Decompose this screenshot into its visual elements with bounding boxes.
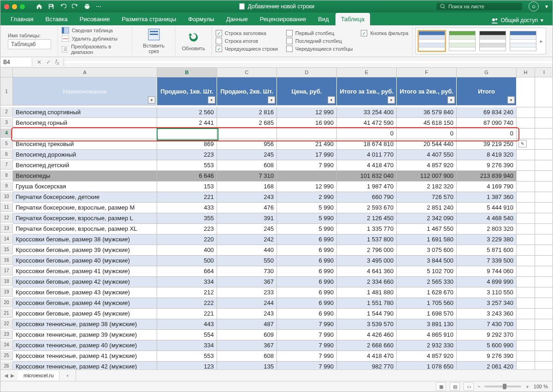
cell[interactable]: Перчатки боксерские, детские	[13, 192, 157, 203]
row-header[interactable]: 16	[0, 256, 13, 265]
cell[interactable]: 3 229 380	[457, 234, 517, 245]
print-icon[interactable]	[84, 3, 90, 10]
cell[interactable]	[535, 181, 553, 192]
cell[interactable]: Перчатки боксерские, взрослые, размер L	[13, 213, 157, 224]
cell[interactable]: Велосипед горный	[13, 118, 157, 129]
cell[interactable]: 9 292 370	[457, 330, 517, 340]
cell[interactable]	[517, 330, 535, 340]
column-header[interactable]: C	[217, 68, 277, 77]
cell[interactable]: 2 593 670	[337, 203, 397, 213]
cell[interactable]	[535, 107, 553, 118]
sheet-nav-prev-icon[interactable]: ◀	[4, 373, 8, 379]
row-header[interactable]: 15	[0, 245, 13, 254]
cell[interactable]: 5 990	[277, 203, 337, 213]
filter-icon[interactable]: ▾	[507, 96, 515, 104]
cell[interactable]	[517, 351, 535, 362]
cell[interactable]	[517, 160, 535, 171]
normal-view-icon[interactable]: ▦	[436, 382, 446, 391]
cell[interactable]: 2 560	[157, 107, 217, 118]
cell[interactable]	[517, 118, 535, 129]
cell[interactable]: 1 691 580	[397, 234, 457, 245]
cell[interactable]	[535, 298, 553, 309]
cell[interactable]: 2 182 320	[397, 181, 457, 192]
row-header[interactable]: 12	[0, 213, 13, 222]
row-header[interactable]: 24	[0, 340, 13, 350]
cell[interactable]: 5 102 700	[397, 266, 457, 277]
cell[interactable]: 2 668 660	[337, 340, 397, 351]
cell[interactable]: 12 990	[277, 181, 337, 192]
name-box[interactable]: B4	[0, 58, 32, 66]
cell[interactable]	[535, 351, 553, 362]
cell[interactable]: 18 674 810	[337, 139, 397, 150]
row-header[interactable]: 26	[0, 362, 13, 369]
cell[interactable]: Велосипед трековый	[13, 139, 157, 150]
cell[interactable]: 101 832 040	[337, 171, 397, 181]
cell[interactable]: 487	[217, 319, 277, 330]
save-icon[interactable]	[48, 3, 54, 10]
convert-to-range-button[interactable]: Преобразовать в диапазон	[62, 43, 129, 55]
cell[interactable]	[517, 340, 535, 351]
filter-icon[interactable]: ▾	[148, 96, 155, 104]
column-header[interactable]: G	[457, 68, 517, 77]
zoom-out-button[interactable]: −	[477, 384, 480, 389]
cell[interactable]: 2 685	[217, 118, 277, 129]
gallery-more-icon[interactable]: ▸	[540, 38, 543, 44]
cell[interactable]	[535, 160, 553, 171]
cell[interactable]: 5 871 600	[457, 245, 517, 256]
table-header-cell[interactable]: Продано, 1кв. Шт.▾	[157, 77, 217, 105]
cell[interactable]: 1 544 790	[337, 309, 397, 319]
ribbon-tab[interactable]: Данные	[221, 13, 253, 25]
row-header[interactable]: 1	[0, 77, 13, 105]
cell[interactable]: 0	[397, 129, 457, 139]
cell[interactable]: 956	[217, 139, 277, 150]
cell[interactable]	[535, 129, 553, 139]
cell[interactable]: 5 600 990	[457, 340, 517, 351]
cell[interactable]: Перчатки боксерские, взрослые, размер XL	[13, 224, 157, 234]
cell[interactable]: Кроссовки беговые, размер 40 (мужские)	[13, 256, 157, 266]
filter-icon[interactable]: ▾	[208, 96, 215, 104]
cell[interactable]: 7 990	[277, 330, 337, 340]
cell[interactable]: Велосипед дорожный	[13, 150, 157, 160]
cell[interactable]: Кроссовки беговые, размер 43 (мужские)	[13, 287, 157, 298]
cell[interactable]: 221	[157, 192, 217, 203]
header-row-checkbox[interactable]: ✓Строка заголовка	[216, 30, 278, 36]
column-header[interactable]: F	[397, 68, 457, 77]
filter-icon[interactable]: ▾	[388, 96, 395, 104]
column-header[interactable]: B	[157, 68, 217, 77]
cell[interactable]: 4 857 920	[397, 351, 457, 362]
cell[interactable]: 730	[217, 266, 277, 277]
cell[interactable]: 3 539 570	[337, 319, 397, 330]
banded-columns-checkbox[interactable]: Чередующиеся столбцы	[286, 46, 353, 52]
cell[interactable]	[535, 224, 553, 234]
cell[interactable]: 1 537 800	[337, 234, 397, 245]
cell[interactable]: 2 932 330	[397, 340, 457, 351]
cell[interactable]: 440	[217, 245, 277, 256]
page-layout-view-icon[interactable]: ▤	[450, 382, 460, 391]
cell[interactable]: 1 467 550	[397, 224, 457, 234]
cell[interactable]: 500	[157, 256, 217, 266]
cell[interactable]: 1 335 770	[337, 224, 397, 234]
cell[interactable]: 36 579 840	[397, 107, 457, 118]
home-icon[interactable]	[36, 3, 42, 10]
cell[interactable]	[535, 150, 553, 160]
cell[interactable]: 4 865 910	[397, 330, 457, 340]
user-icon[interactable]: ☺	[529, 1, 539, 12]
refresh-button[interactable]: Обновить	[179, 31, 208, 51]
cell[interactable]	[535, 77, 553, 107]
ribbon-tab[interactable]: Рисование	[74, 13, 115, 25]
cell[interactable]	[517, 234, 535, 245]
cell[interactable]: 5 444 910	[457, 203, 517, 213]
zoom-in-button[interactable]: ＋	[525, 383, 530, 390]
fx-icon[interactable]: fx	[55, 59, 59, 66]
cell[interactable]: 7 990	[277, 340, 337, 351]
cell[interactable]: 3 075 600	[397, 245, 457, 256]
cell[interactable]	[535, 319, 553, 330]
cell[interactable]: 3 257 340	[457, 298, 517, 309]
cell[interactable]: 0	[457, 129, 517, 139]
cell[interactable]: 69 834 240	[457, 107, 517, 118]
cell[interactable]: 4 899 990	[457, 277, 517, 287]
filter-icon[interactable]: ▾	[447, 96, 455, 104]
cell[interactable]: 243	[217, 192, 277, 203]
row-header[interactable]: 3	[0, 118, 13, 127]
cell[interactable]	[277, 129, 337, 139]
